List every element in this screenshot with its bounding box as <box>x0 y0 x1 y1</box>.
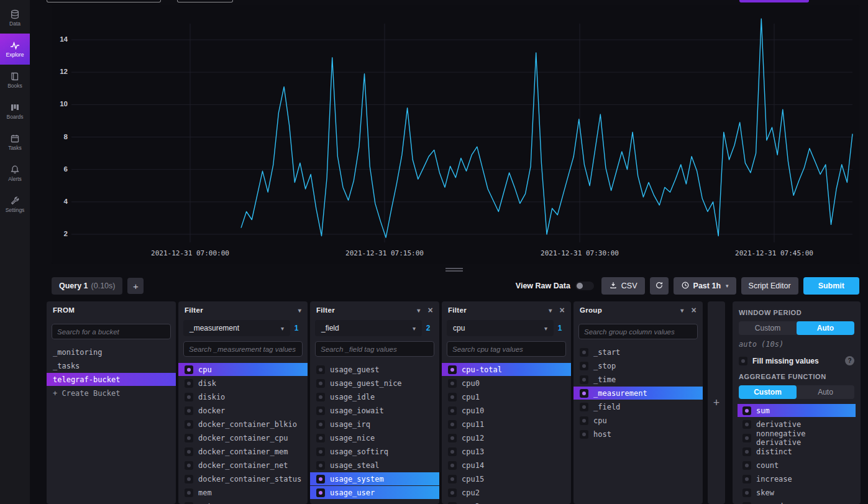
time-range-dropdown[interactable]: Past 1h ▾ <box>674 277 736 295</box>
field-list-item[interactable]: usage_idle <box>310 390 439 403</box>
group-column-item[interactable]: host <box>573 428 703 441</box>
field-list-item[interactable]: usage_guest <box>310 363 439 376</box>
create-bucket-button[interactable]: + Create Bucket <box>47 387 176 400</box>
sidebar-item-label: Tasks <box>8 145 22 151</box>
chevron-down-icon[interactable]: ▾ <box>680 307 683 314</box>
measurement-list-item[interactable]: docker_container_mem <box>178 445 308 458</box>
measurement-list-item[interactable]: cpu <box>178 363 308 376</box>
field-list-item[interactable]: usage_user <box>310 486 439 499</box>
group-search-input[interactable] <box>578 324 698 339</box>
measurement-list-item[interactable]: diskio <box>178 390 308 403</box>
checkbox-icon <box>448 434 457 442</box>
list-item-label: _measurement <box>593 389 647 398</box>
sidebar-item-tasks[interactable]: Tasks <box>0 127 30 158</box>
help-icon[interactable]: ? <box>845 356 854 365</box>
sidebar-item-books[interactable]: Books <box>0 65 30 96</box>
field-search-input[interactable] <box>315 341 434 357</box>
sidebar-item-settings[interactable]: Settings <box>0 189 30 220</box>
cpu-tag-list-item[interactable]: cpu10 <box>442 404 571 417</box>
cpu-tag-list-item[interactable]: cpu15 <box>442 472 571 485</box>
chevron-down-icon[interactable]: ▾ <box>417 307 420 314</box>
cpu-tag-list-item[interactable]: cpu2 <box>442 486 571 499</box>
bucket-list-item[interactable]: _tasks <box>47 359 176 372</box>
cpu-tag-list-item[interactable]: cpu14 <box>442 459 571 472</box>
aggregate-function-item[interactable]: spread <box>738 500 856 504</box>
checkbox-icon <box>742 434 751 442</box>
aggregate-function-item[interactable]: sum <box>738 404 856 417</box>
submit-button[interactable]: Submit <box>803 277 859 295</box>
refresh-button[interactable] <box>650 277 669 295</box>
group-column-item[interactable]: _start <box>573 346 703 359</box>
sidebar-item-boards[interactable]: Boards <box>0 96 30 127</box>
cpu-tag-list-item[interactable]: cpu0 <box>442 377 571 390</box>
group-column-item[interactable]: _measurement <box>573 387 703 400</box>
y-axis-tick-label: 8 <box>52 133 68 140</box>
cpu-tag-list-item[interactable]: cpu-total <box>442 363 571 376</box>
chevron-down-icon[interactable]: ▾ <box>298 307 301 314</box>
close-icon[interactable]: × <box>560 306 565 314</box>
bucket-search-input[interactable] <box>52 324 171 339</box>
field-list-item[interactable]: usage_guest_nice <box>310 377 439 390</box>
aggregate-function-item[interactable]: distinct <box>738 445 856 458</box>
field-list-item[interactable]: usage_nice <box>310 431 439 444</box>
measurement-list-item[interactable]: docker_container_net <box>178 459 308 472</box>
sidebar-item-explore[interactable]: Explore <box>0 34 30 65</box>
close-icon[interactable]: × <box>692 306 697 314</box>
panel-resize-handle[interactable] <box>445 268 463 273</box>
measurement-list-item[interactable]: disk <box>178 377 308 390</box>
cpu-tag-list-item[interactable]: cpu1 <box>442 390 571 403</box>
group-column-item[interactable]: cpu <box>573 414 703 427</box>
group-column-item[interactable]: _time <box>573 373 703 386</box>
csv-download-button[interactable]: CSV <box>601 277 645 295</box>
cpu-tag-list-item[interactable]: cpu11 <box>442 418 571 431</box>
close-icon[interactable]: × <box>428 306 433 314</box>
chevron-down-icon[interactable]: ▾ <box>549 307 552 314</box>
aggregate-function-item[interactable]: count <box>738 459 856 472</box>
add-card-button[interactable]: + <box>708 301 725 504</box>
window-period-auto-option[interactable]: Auto <box>797 321 854 335</box>
field-list-item[interactable]: usage_steal <box>310 459 439 472</box>
field-list-item[interactable]: usage_softirq <box>310 445 439 458</box>
aggregate-custom-option[interactable]: Custom <box>739 385 797 399</box>
measurement-list-item[interactable]: docker_container_blkio <box>178 418 308 431</box>
window-period-toggle: Custom Auto <box>739 321 854 335</box>
field-list-item[interactable]: usage_irq <box>310 418 439 431</box>
measurement-list-item[interactable]: docker_container_status <box>178 472 308 485</box>
field-list-item[interactable]: usage_iowait <box>310 404 439 417</box>
measurement-search-input[interactable] <box>183 341 303 357</box>
aggregate-function-item[interactable]: nonnegative derivative <box>738 431 856 444</box>
list-item-label: usage_user <box>330 488 375 497</box>
sidebar-item-label: Boards <box>7 114 24 120</box>
bucket-list-item[interactable]: _monitoring <box>47 346 176 359</box>
measurement-list-item[interactable]: net <box>178 500 308 504</box>
x-axis-tick-label: 2021-12-31 07:15:00 <box>332 249 437 257</box>
window-period-custom-option[interactable]: Custom <box>739 321 797 335</box>
measurement-list-item[interactable]: docker <box>178 404 308 417</box>
chevron-down-icon: ▾ <box>726 283 729 289</box>
fill-missing-values-checkbox[interactable] <box>739 357 747 365</box>
view-raw-data-toggle[interactable] <box>575 282 594 290</box>
aggregate-auto-option[interactable]: Auto <box>797 385 854 399</box>
filter-key-dropdown[interactable]: _field ▾ <box>315 320 422 336</box>
group-column-item[interactable]: _field <box>573 400 703 413</box>
field-list-item[interactable]: usage_system <box>310 472 439 485</box>
bucket-list-item[interactable]: telegraf-bucket <box>47 373 176 386</box>
chevron-down-icon: ▾ <box>544 325 547 332</box>
group-column-item[interactable]: _stop <box>573 359 703 372</box>
cpu-search-input[interactable] <box>447 341 566 357</box>
filter-key-dropdown[interactable]: cpu ▾ <box>447 320 554 336</box>
script-editor-button[interactable]: Script Editor <box>741 277 798 295</box>
measurement-list-item[interactable]: docker_container_cpu <box>178 431 308 444</box>
add-query-button[interactable]: + <box>127 278 144 294</box>
sidebar-item-data[interactable]: Data <box>0 2 30 34</box>
aggregate-function-item[interactable]: increase <box>738 472 856 485</box>
clock-icon <box>681 281 690 291</box>
cpu-tag-list-item[interactable]: cpu12 <box>442 431 571 444</box>
cpu-tag-list-item[interactable]: cpu13 <box>442 445 571 458</box>
aggregate-function-item[interactable]: skew <box>738 486 856 499</box>
sidebar-item-alerts[interactable]: Alerts <box>0 158 30 189</box>
cpu-tag-list-item[interactable]: cpu3 <box>442 500 571 504</box>
query-tab[interactable]: Query 1 (0.10s) <box>52 277 122 295</box>
measurement-list-item[interactable]: mem <box>178 486 308 499</box>
filter-key-dropdown[interactable]: _measurement ▾ <box>183 320 290 336</box>
